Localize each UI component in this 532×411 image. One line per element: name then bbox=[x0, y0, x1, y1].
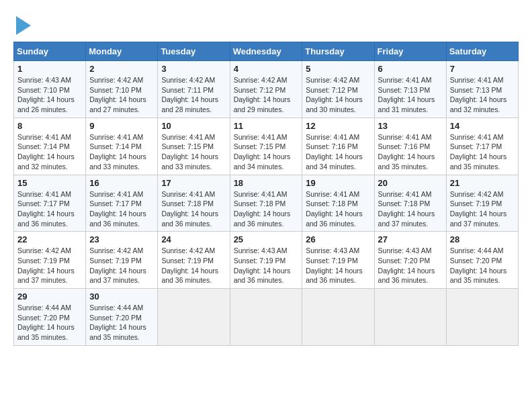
calendar-cell: 14 Sunrise: 4:41 AM Sunset: 7:17 PM Dayl… bbox=[446, 118, 518, 175]
calendar-cell: 3 Sunrise: 4:42 AM Sunset: 7:11 PM Dayli… bbox=[158, 61, 230, 118]
calendar-cell: 13 Sunrise: 4:41 AM Sunset: 7:16 PM Dayl… bbox=[374, 118, 446, 175]
calendar-header-row: SundayMondayTuesdayWednesdayThursdayFrid… bbox=[14, 42, 519, 61]
day-number: 16 bbox=[89, 178, 154, 188]
calendar-cell: 8 Sunrise: 4:41 AM Sunset: 7:14 PM Dayli… bbox=[14, 118, 86, 175]
day-info: Sunrise: 4:42 AM Sunset: 7:12 PM Dayligh… bbox=[234, 75, 299, 115]
calendar-cell: 18 Sunrise: 4:41 AM Sunset: 7:18 PM Dayl… bbox=[230, 175, 302, 232]
day-number: 10 bbox=[161, 121, 226, 131]
calendar-cell: 10 Sunrise: 4:41 AM Sunset: 7:15 PM Dayl… bbox=[158, 118, 230, 175]
sunrise-label: Sunrise: 4:41 AM bbox=[161, 190, 215, 198]
sunrise-label: Sunrise: 4:43 AM bbox=[306, 246, 359, 255]
sunset-label: Sunset: 7:14 PM bbox=[17, 142, 70, 150]
col-header-thursday: Thursday bbox=[302, 42, 374, 61]
daylight-label: Daylight: 14 hours and 36 minutes. bbox=[306, 267, 363, 285]
calendar-cell: 29 Sunrise: 4:44 AM Sunset: 7:20 PM Dayl… bbox=[14, 289, 86, 346]
sunset-label: Sunset: 7:17 PM bbox=[450, 142, 502, 150]
sunrise-label: Sunrise: 4:42 AM bbox=[17, 246, 71, 255]
day-number: 19 bbox=[306, 178, 370, 188]
calendar-cell: 6 Sunrise: 4:41 AM Sunset: 7:13 PM Dayli… bbox=[374, 61, 446, 118]
calendar-cell bbox=[230, 289, 302, 346]
sunset-label: Sunset: 7:15 PM bbox=[161, 142, 214, 150]
daylight-label: Daylight: 14 hours and 32 minutes. bbox=[450, 95, 507, 113]
sunset-label: Sunset: 7:17 PM bbox=[17, 199, 70, 208]
day-number: 28 bbox=[450, 234, 515, 244]
day-info: Sunrise: 4:43 AM Sunset: 7:19 PM Dayligh… bbox=[234, 246, 299, 285]
day-info: Sunrise: 4:42 AM Sunset: 7:12 PM Dayligh… bbox=[306, 75, 370, 115]
daylight-label: Daylight: 14 hours and 37 minutes. bbox=[17, 267, 75, 285]
daylight-label: Daylight: 14 hours and 37 minutes. bbox=[89, 267, 146, 285]
calendar-cell: 7 Sunrise: 4:41 AM Sunset: 7:13 PM Dayli… bbox=[446, 61, 518, 118]
sunrise-label: Sunrise: 4:41 AM bbox=[17, 133, 71, 141]
calendar-cell bbox=[374, 289, 446, 346]
sunset-label: Sunset: 7:19 PM bbox=[89, 257, 142, 265]
day-info: Sunrise: 4:41 AM Sunset: 7:14 PM Dayligh… bbox=[89, 132, 154, 172]
sunrise-label: Sunrise: 4:41 AM bbox=[378, 76, 432, 84]
sunrise-label: Sunrise: 4:43 AM bbox=[234, 246, 287, 255]
calendar-cell: 23 Sunrise: 4:42 AM Sunset: 7:19 PM Dayl… bbox=[86, 232, 158, 289]
day-number: 18 bbox=[234, 178, 299, 188]
col-header-wednesday: Wednesday bbox=[230, 42, 302, 61]
daylight-label: Daylight: 14 hours and 36 minutes. bbox=[17, 210, 75, 228]
calendar-cell: 16 Sunrise: 4:41 AM Sunset: 7:17 PM Dayl… bbox=[86, 175, 158, 232]
day-info: Sunrise: 4:42 AM Sunset: 7:19 PM Dayligh… bbox=[450, 189, 515, 229]
sunrise-label: Sunrise: 4:42 AM bbox=[306, 76, 359, 84]
daylight-label: Daylight: 14 hours and 33 minutes. bbox=[161, 152, 218, 171]
logo bbox=[13, 13, 31, 35]
sunrise-label: Sunrise: 4:41 AM bbox=[234, 133, 287, 141]
sunrise-label: Sunrise: 4:42 AM bbox=[89, 76, 143, 84]
daylight-label: Daylight: 14 hours and 36 minutes. bbox=[378, 267, 435, 285]
sunrise-label: Sunrise: 4:42 AM bbox=[161, 76, 215, 84]
sunset-label: Sunset: 7:20 PM bbox=[450, 257, 502, 265]
day-number: 15 bbox=[17, 178, 82, 188]
calendar-week-5: 29 Sunrise: 4:44 AM Sunset: 7:20 PM Dayl… bbox=[14, 289, 519, 346]
calendar-cell: 25 Sunrise: 4:43 AM Sunset: 7:19 PM Dayl… bbox=[230, 232, 302, 289]
day-number: 2 bbox=[89, 64, 154, 74]
sunset-label: Sunset: 7:14 PM bbox=[89, 142, 142, 150]
calendar-week-1: 1 Sunrise: 4:43 AM Sunset: 7:10 PM Dayli… bbox=[14, 61, 519, 118]
daylight-label: Daylight: 14 hours and 35 minutes. bbox=[17, 323, 75, 341]
sunset-label: Sunset: 7:18 PM bbox=[234, 199, 286, 208]
calendar-table: SundayMondayTuesdayWednesdayThursdayFrid… bbox=[13, 42, 519, 346]
calendar-cell: 11 Sunrise: 4:41 AM Sunset: 7:15 PM Dayl… bbox=[230, 118, 302, 175]
day-info: Sunrise: 4:42 AM Sunset: 7:19 PM Dayligh… bbox=[17, 246, 82, 285]
day-number: 14 bbox=[450, 121, 515, 131]
day-number: 8 bbox=[17, 121, 82, 131]
sunset-label: Sunset: 7:19 PM bbox=[161, 257, 214, 265]
sunrise-label: Sunrise: 4:41 AM bbox=[306, 133, 359, 141]
calendar-cell: 19 Sunrise: 4:41 AM Sunset: 7:18 PM Dayl… bbox=[302, 175, 374, 232]
day-number: 11 bbox=[234, 121, 299, 131]
day-info: Sunrise: 4:41 AM Sunset: 7:16 PM Dayligh… bbox=[378, 132, 443, 172]
daylight-label: Daylight: 14 hours and 35 minutes. bbox=[378, 152, 435, 171]
day-number: 9 bbox=[89, 121, 154, 131]
daylight-label: Daylight: 14 hours and 31 minutes. bbox=[378, 95, 435, 113]
day-info: Sunrise: 4:41 AM Sunset: 7:13 PM Dayligh… bbox=[450, 75, 515, 115]
sunrise-label: Sunrise: 4:43 AM bbox=[378, 246, 432, 255]
sunset-label: Sunset: 7:19 PM bbox=[234, 257, 286, 265]
calendar-cell bbox=[446, 289, 518, 346]
daylight-label: Daylight: 14 hours and 36 minutes. bbox=[161, 267, 218, 285]
calendar-cell: 20 Sunrise: 4:41 AM Sunset: 7:18 PM Dayl… bbox=[374, 175, 446, 232]
calendar-cell: 30 Sunrise: 4:44 AM Sunset: 7:20 PM Dayl… bbox=[86, 289, 158, 346]
calendar-week-4: 22 Sunrise: 4:42 AM Sunset: 7:19 PM Dayl… bbox=[14, 232, 519, 289]
day-info: Sunrise: 4:41 AM Sunset: 7:13 PM Dayligh… bbox=[378, 75, 443, 115]
sunset-label: Sunset: 7:13 PM bbox=[378, 86, 431, 94]
calendar-cell: 27 Sunrise: 4:43 AM Sunset: 7:20 PM Dayl… bbox=[374, 232, 446, 289]
sunset-label: Sunset: 7:20 PM bbox=[378, 257, 431, 265]
day-number: 4 bbox=[234, 64, 299, 74]
day-info: Sunrise: 4:44 AM Sunset: 7:20 PM Dayligh… bbox=[450, 246, 515, 285]
daylight-label: Daylight: 14 hours and 27 minutes. bbox=[89, 95, 146, 113]
day-number: 24 bbox=[161, 234, 226, 244]
sunset-label: Sunset: 7:10 PM bbox=[89, 86, 142, 94]
calendar-cell: 1 Sunrise: 4:43 AM Sunset: 7:10 PM Dayli… bbox=[14, 61, 86, 118]
sunrise-label: Sunrise: 4:41 AM bbox=[234, 190, 287, 198]
daylight-label: Daylight: 14 hours and 33 minutes. bbox=[89, 152, 146, 171]
sunrise-label: Sunrise: 4:41 AM bbox=[161, 133, 215, 141]
daylight-label: Daylight: 14 hours and 37 minutes. bbox=[450, 210, 507, 228]
daylight-label: Daylight: 14 hours and 34 minutes. bbox=[306, 152, 363, 171]
daylight-label: Daylight: 14 hours and 36 minutes. bbox=[89, 210, 146, 228]
daylight-label: Daylight: 14 hours and 36 minutes. bbox=[306, 210, 363, 228]
daylight-label: Daylight: 14 hours and 35 minutes. bbox=[450, 152, 507, 171]
day-info: Sunrise: 4:41 AM Sunset: 7:18 PM Dayligh… bbox=[234, 189, 299, 229]
sunrise-label: Sunrise: 4:42 AM bbox=[450, 190, 504, 198]
day-info: Sunrise: 4:42 AM Sunset: 7:19 PM Dayligh… bbox=[89, 246, 154, 285]
